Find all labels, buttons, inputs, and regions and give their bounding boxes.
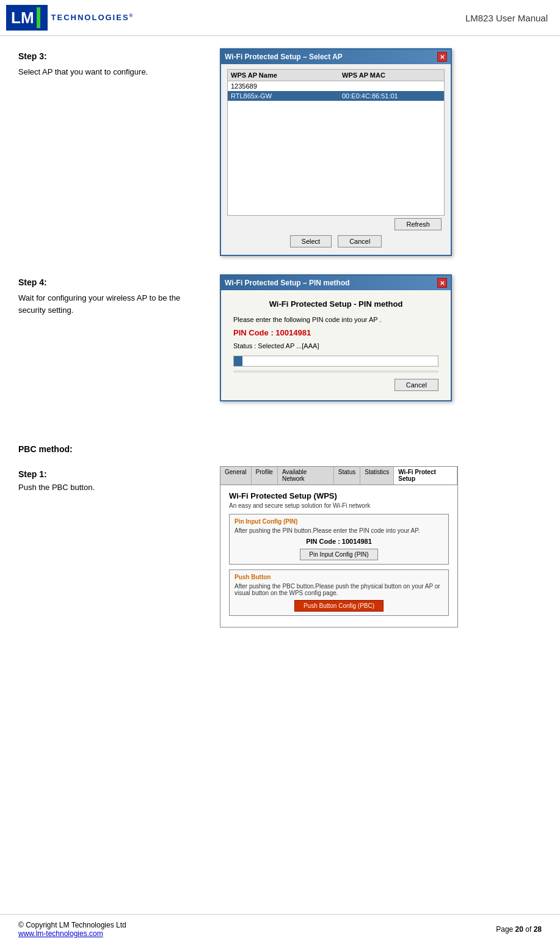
step3-section: Step 3: Select AP that you want to confi… bbox=[18, 48, 542, 256]
wps-screenshot: General Profile Available Network Status… bbox=[220, 466, 458, 628]
step4-desc: Wait for configuring your wireless AP to… bbox=[18, 292, 202, 316]
page-content: Step 3: Select AP that you want to confi… bbox=[0, 36, 560, 658]
step4-title: Step 4: bbox=[18, 277, 202, 287]
page-number: 20 bbox=[515, 925, 523, 934]
step3-title: Step 3: bbox=[18, 51, 202, 61]
pin-dialog-inner-title: Wi-Fi Protected Setup - PIN method bbox=[233, 299, 438, 309]
select-button[interactable]: Select bbox=[290, 235, 332, 247]
logo-area: LM TECHNOLOGIES® bbox=[6, 5, 134, 31]
ap-row-2[interactable]: RTL865x-GW 00:E0:4C:86:51:01 bbox=[228, 91, 444, 101]
spacer bbox=[18, 420, 542, 438]
tab-status[interactable]: Status bbox=[334, 467, 360, 485]
logo-text: TECHNOLOGIES® bbox=[51, 13, 134, 22]
pbc-step1-text: Step 1: Push the PBC button. bbox=[18, 466, 202, 492]
step4-section: Step 4: Wait for configuring your wirele… bbox=[18, 274, 542, 401]
pbc-subsection: Push Button After pushing the PBC button… bbox=[229, 569, 449, 616]
step4-dialog: Wi-Fi Protected Setup – PIN method ✕ Wi-… bbox=[220, 274, 452, 401]
step3-dialog-body: WPS AP Name WPS AP MAC 1235689 RTL865x-G… bbox=[221, 64, 451, 255]
footer-left: © Copyright LM Technologies Ltd www.lm-t… bbox=[18, 921, 126, 938]
step4-dialog-title: Wi-Fi Protected Setup – PIN method bbox=[225, 279, 350, 287]
ap-name-2: RTL865x-GW bbox=[231, 92, 330, 100]
ap-mac-1 bbox=[330, 82, 441, 90]
wps-subtitle: An easy and secure setup solution for Wi… bbox=[229, 502, 449, 509]
step3-dialog-titlebar: Wi-Fi Protected Setup – Select AP ✕ bbox=[221, 49, 451, 64]
step3-text: Step 3: Select AP that you want to confi… bbox=[18, 48, 202, 78]
push-button-config-button[interactable]: Push Button Config (PBC) bbox=[294, 600, 384, 612]
pbc-step1-desc: Push the PBC button. bbox=[18, 483, 202, 492]
ap-row-1[interactable]: 1235689 bbox=[228, 81, 444, 91]
ap-name-1: 1235689 bbox=[231, 82, 330, 90]
step4-cancel-button[interactable]: Cancel bbox=[395, 379, 438, 391]
pin-status: Status : Selected AP ...[AAA] bbox=[233, 342, 438, 349]
refresh-button[interactable]: Refresh bbox=[395, 218, 442, 230]
pbc-title: PBC method: bbox=[18, 444, 542, 454]
step3-dialog-title: Wi-Fi Protected Setup – Select AP bbox=[225, 53, 343, 61]
wps-tabs: General Profile Available Network Status… bbox=[220, 467, 457, 485]
wps-pin-code: PIN Code : 10014981 bbox=[235, 538, 443, 545]
col-mac-header: WPS AP MAC bbox=[330, 71, 441, 79]
pin-subsection: Pin Input Config (PIN) After pushing the… bbox=[229, 514, 449, 565]
logo-lm: LM bbox=[11, 9, 34, 27]
wps-inner: Wi-Fi Protected Setup (WPS) An easy and … bbox=[220, 485, 457, 627]
wps-section-title: Wi-Fi Protected Setup (WPS) bbox=[229, 491, 449, 500]
tab-general[interactable]: General bbox=[220, 467, 252, 485]
pbc-subsection-title: Push Button bbox=[235, 574, 443, 580]
step4-dialog-titlebar: Wi-Fi Protected Setup – PIN method ✕ bbox=[221, 276, 451, 290]
footer-link[interactable]: www.lm-technologies.com bbox=[18, 929, 103, 938]
step3-close-button[interactable]: ✕ bbox=[437, 52, 447, 62]
pin-input-config-button[interactable]: Pin Input Config (PIN) bbox=[300, 549, 377, 560]
tab-statistics[interactable]: Statistics bbox=[360, 467, 394, 485]
pbc-step1-label: Step 1: bbox=[18, 469, 202, 479]
pin-dialog-body: Wi-Fi Protected Setup - PIN method Pleas… bbox=[221, 290, 451, 400]
pin-progress-track bbox=[233, 370, 438, 373]
ap-table-body: 1235689 RTL865x-GW 00:E0:4C:86:51:01 bbox=[227, 81, 445, 216]
ap-mac-2: 00:E0:4C:86:51:01 bbox=[330, 92, 441, 100]
pin-progress-bar bbox=[233, 356, 438, 367]
page-title: LM823 User Manual bbox=[465, 13, 548, 23]
logo-green-bar bbox=[37, 7, 40, 28]
footer-page: Page 20 of 28 bbox=[496, 925, 542, 934]
pin-code: PIN Code : 10014981 bbox=[233, 328, 438, 337]
pin-subsection-desc: After pushing the PIN button.Please ente… bbox=[235, 527, 443, 534]
pbc-section: PBC method: bbox=[18, 444, 542, 454]
pin-progress-fill bbox=[234, 356, 242, 366]
tab-available-network[interactable]: Available Network bbox=[278, 467, 334, 485]
pin-subsection-title: Pin Input Config (PIN) bbox=[235, 518, 443, 525]
step4-close-button[interactable]: ✕ bbox=[437, 278, 447, 288]
pbc-step1-section: Step 1: Push the PBC button. General Pro… bbox=[18, 466, 542, 628]
step4-text: Step 4: Wait for configuring your wirele… bbox=[18, 274, 202, 316]
step3-desc: Select AP that you want to configure. bbox=[18, 66, 202, 78]
pin-dialog-desc: Please enter the following PIN code into… bbox=[233, 316, 438, 323]
tab-profile[interactable]: Profile bbox=[252, 467, 278, 485]
page-total: 28 bbox=[534, 925, 542, 934]
step3-dialog: Wi-Fi Protected Setup – Select AP ✕ WPS … bbox=[220, 48, 452, 256]
refresh-row: Refresh bbox=[227, 216, 445, 232]
copyright-text: © Copyright LM Technologies Ltd bbox=[18, 921, 126, 929]
pbc-subsection-desc: After pushing the PBC button.Please push… bbox=[235, 583, 443, 596]
step3-dialog-buttons: Select Cancel bbox=[227, 232, 445, 250]
step3-cancel-button[interactable]: Cancel bbox=[338, 235, 382, 247]
ap-table-header: WPS AP Name WPS AP MAC bbox=[227, 69, 445, 81]
header: LM TECHNOLOGIES® LM823 User Manual bbox=[0, 0, 560, 36]
pin-btn-row: Cancel bbox=[233, 379, 438, 391]
tab-wps[interactable]: Wi-Fi Protect Setup bbox=[394, 467, 457, 485]
col-name-header: WPS AP Name bbox=[231, 71, 330, 79]
footer: © Copyright LM Technologies Ltd www.lm-t… bbox=[0, 914, 560, 944]
logo-box: LM bbox=[6, 5, 48, 31]
